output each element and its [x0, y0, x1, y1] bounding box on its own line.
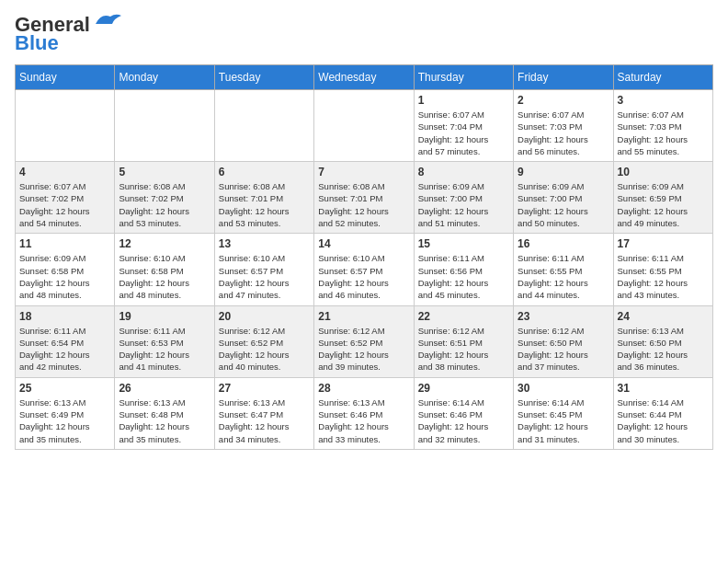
day-info-text: Sunrise: 6:10 AMSunset: 6:58 PMDaylight:…	[119, 252, 210, 301]
day-info-text: Sunrise: 6:09 AMSunset: 7:00 PMDaylight:…	[418, 180, 509, 229]
day-number: 20	[219, 310, 310, 323]
day-number: 29	[418, 382, 509, 395]
day-info-text: Sunrise: 6:07 AMSunset: 7:03 PMDaylight:…	[518, 109, 609, 157]
day-info-text: Sunrise: 6:11 AMSunset: 6:53 PMDaylight:…	[119, 325, 210, 373]
calendar-cell: 12Sunrise: 6:10 AMSunset: 6:58 PMDayligh…	[115, 234, 214, 305]
day-info-text: Sunrise: 6:12 AMSunset: 6:51 PMDaylight:…	[418, 325, 509, 373]
day-number: 30	[518, 382, 609, 395]
day-number: 4	[19, 166, 110, 178]
calendar-cell: 22Sunrise: 6:12 AMSunset: 6:51 PMDayligh…	[414, 305, 513, 377]
calendar-cell	[214, 90, 313, 162]
day-number: 21	[318, 310, 409, 323]
day-info-text: Sunrise: 6:08 AMSunset: 7:01 PMDaylight:…	[219, 180, 310, 229]
column-header-tuesday: Tuesday	[214, 65, 313, 90]
calendar-cell: 27Sunrise: 6:13 AMSunset: 6:47 PMDayligh…	[214, 377, 313, 449]
calendar-week-row: 25Sunrise: 6:13 AMSunset: 6:49 PMDayligh…	[16, 377, 713, 449]
calendar-cell: 19Sunrise: 6:11 AMSunset: 6:53 PMDayligh…	[115, 305, 214, 377]
calendar-cell: 13Sunrise: 6:10 AMSunset: 6:57 PMDayligh…	[214, 234, 313, 305]
day-number: 13	[219, 237, 310, 250]
day-number: 9	[518, 166, 609, 178]
day-number: 31	[618, 382, 709, 395]
day-info-text: Sunrise: 6:12 AMSunset: 6:52 PMDaylight:…	[318, 325, 409, 373]
day-number: 16	[518, 237, 609, 250]
column-header-friday: Friday	[514, 65, 613, 90]
day-info-text: Sunrise: 6:11 AMSunset: 6:54 PMDaylight:…	[19, 325, 110, 373]
day-info-text: Sunrise: 6:13 AMSunset: 6:50 PMDaylight:…	[618, 325, 709, 373]
day-number: 7	[318, 166, 409, 178]
day-number: 27	[219, 382, 310, 395]
calendar-cell: 18Sunrise: 6:11 AMSunset: 6:54 PMDayligh…	[16, 305, 115, 377]
day-info-text: Sunrise: 6:09 AMSunset: 6:58 PMDaylight:…	[19, 252, 110, 301]
calendar-cell: 10Sunrise: 6:09 AMSunset: 6:59 PMDayligh…	[613, 162, 712, 234]
day-info-text: Sunrise: 6:12 AMSunset: 6:52 PMDaylight:…	[219, 325, 310, 373]
calendar-cell: 24Sunrise: 6:13 AMSunset: 6:50 PMDayligh…	[613, 305, 712, 377]
day-info-text: Sunrise: 6:09 AMSunset: 7:00 PMDaylight:…	[518, 180, 609, 229]
calendar-cell: 15Sunrise: 6:11 AMSunset: 6:56 PMDayligh…	[414, 234, 513, 305]
calendar-cell: 30Sunrise: 6:14 AMSunset: 6:45 PMDayligh…	[514, 377, 613, 449]
calendar-cell: 3Sunrise: 6:07 AMSunset: 7:03 PMDaylight…	[613, 90, 712, 162]
calendar-cell: 14Sunrise: 6:10 AMSunset: 6:57 PMDayligh…	[314, 234, 414, 305]
day-info-text: Sunrise: 6:14 AMSunset: 6:45 PMDaylight:…	[518, 396, 609, 445]
column-header-sunday: Sunday	[16, 65, 115, 90]
day-info-text: Sunrise: 6:08 AMSunset: 7:02 PMDaylight:…	[119, 180, 210, 229]
calendar-cell	[16, 90, 115, 162]
day-number: 3	[618, 94, 709, 107]
day-info-text: Sunrise: 6:11 AMSunset: 6:56 PMDaylight:…	[418, 252, 509, 301]
calendar-cell: 17Sunrise: 6:11 AMSunset: 6:55 PMDayligh…	[613, 234, 712, 305]
calendar-cell: 25Sunrise: 6:13 AMSunset: 6:49 PMDayligh…	[16, 377, 115, 449]
day-number: 19	[119, 310, 210, 323]
day-info-text: Sunrise: 6:07 AMSunset: 7:03 PMDaylight:…	[618, 109, 709, 157]
calendar-cell: 8Sunrise: 6:09 AMSunset: 7:00 PMDaylight…	[414, 162, 513, 234]
day-info-text: Sunrise: 6:07 AMSunset: 7:02 PMDaylight:…	[19, 180, 110, 229]
calendar-cell: 7Sunrise: 6:08 AMSunset: 7:01 PMDaylight…	[314, 162, 414, 234]
calendar-cell: 23Sunrise: 6:12 AMSunset: 6:50 PMDayligh…	[514, 305, 613, 377]
day-number: 8	[418, 166, 509, 178]
calendar-cell	[314, 90, 414, 162]
calendar-cell: 20Sunrise: 6:12 AMSunset: 6:52 PMDayligh…	[214, 305, 313, 377]
column-header-thursday: Thursday	[414, 65, 513, 90]
calendar-cell: 11Sunrise: 6:09 AMSunset: 6:58 PMDayligh…	[16, 234, 115, 305]
calendar-cell: 31Sunrise: 6:14 AMSunset: 6:44 PMDayligh…	[613, 377, 712, 449]
day-number: 5	[119, 166, 210, 178]
calendar-cell: 29Sunrise: 6:14 AMSunset: 6:46 PMDayligh…	[414, 377, 513, 449]
column-header-wednesday: Wednesday	[314, 65, 414, 90]
day-info-text: Sunrise: 6:10 AMSunset: 6:57 PMDaylight:…	[318, 252, 409, 301]
day-number: 15	[418, 237, 509, 250]
calendar-cell: 5Sunrise: 6:08 AMSunset: 7:02 PMDaylight…	[115, 162, 214, 234]
calendar-cell: 26Sunrise: 6:13 AMSunset: 6:48 PMDayligh…	[115, 377, 214, 449]
day-number: 2	[518, 94, 609, 107]
page-header: General Blue	[15, 15, 713, 55]
day-info-text: Sunrise: 6:07 AMSunset: 7:04 PMDaylight:…	[418, 109, 509, 157]
day-info-text: Sunrise: 6:12 AMSunset: 6:50 PMDaylight:…	[518, 325, 609, 373]
calendar-cell: 9Sunrise: 6:09 AMSunset: 7:00 PMDaylight…	[514, 162, 613, 234]
day-info-text: Sunrise: 6:13 AMSunset: 6:47 PMDaylight:…	[219, 396, 310, 445]
logo: General Blue	[15, 15, 123, 55]
day-number: 6	[219, 166, 310, 178]
day-number: 14	[318, 237, 409, 250]
day-info-text: Sunrise: 6:11 AMSunset: 6:55 PMDaylight:…	[618, 252, 709, 301]
day-info-text: Sunrise: 6:09 AMSunset: 6:59 PMDaylight:…	[618, 180, 709, 229]
day-info-text: Sunrise: 6:13 AMSunset: 6:49 PMDaylight:…	[19, 396, 110, 445]
calendar-week-row: 11Sunrise: 6:09 AMSunset: 6:58 PMDayligh…	[16, 234, 713, 305]
day-number: 28	[318, 382, 409, 395]
day-info-text: Sunrise: 6:08 AMSunset: 7:01 PMDaylight:…	[318, 180, 409, 229]
day-info-text: Sunrise: 6:13 AMSunset: 6:48 PMDaylight:…	[119, 396, 210, 445]
column-header-monday: Monday	[115, 65, 214, 90]
day-info-text: Sunrise: 6:14 AMSunset: 6:44 PMDaylight:…	[618, 396, 709, 445]
calendar-cell: 28Sunrise: 6:13 AMSunset: 6:46 PMDayligh…	[314, 377, 414, 449]
day-number: 1	[418, 94, 509, 107]
calendar-cell	[115, 90, 214, 162]
calendar-cell: 6Sunrise: 6:08 AMSunset: 7:01 PMDaylight…	[214, 162, 313, 234]
calendar-header-row: SundayMondayTuesdayWednesdayThursdayFrid…	[16, 65, 713, 90]
calendar-cell: 21Sunrise: 6:12 AMSunset: 6:52 PMDayligh…	[314, 305, 414, 377]
calendar-cell: 1Sunrise: 6:07 AMSunset: 7:04 PMDaylight…	[414, 90, 513, 162]
calendar-table: SundayMondayTuesdayWednesdayThursdayFrid…	[15, 64, 713, 450]
calendar-week-row: 4Sunrise: 6:07 AMSunset: 7:02 PMDaylight…	[16, 162, 713, 234]
calendar-cell: 2Sunrise: 6:07 AMSunset: 7:03 PMDaylight…	[514, 90, 613, 162]
logo-bird-icon	[94, 11, 123, 28]
day-number: 24	[618, 310, 709, 323]
day-number: 11	[19, 237, 110, 250]
day-number: 18	[19, 310, 110, 323]
logo-blue: Blue	[15, 31, 59, 54]
column-header-saturday: Saturday	[613, 65, 712, 90]
